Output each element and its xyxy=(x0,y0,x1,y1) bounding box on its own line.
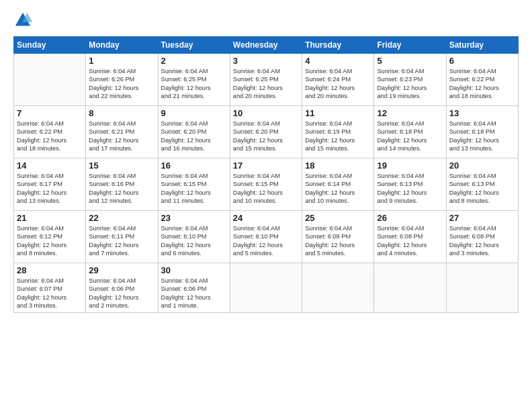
calendar-cell: 28Sunrise: 6:04 AMSunset: 6:07 PMDayligh… xyxy=(14,263,86,313)
calendar-cell: 11Sunrise: 6:04 AMSunset: 6:19 PMDayligh… xyxy=(302,106,374,158)
day-number: 1 xyxy=(89,56,154,66)
day-number: 26 xyxy=(377,213,443,223)
day-number: 8 xyxy=(89,108,154,118)
day-info: Sunrise: 6:04 AMSunset: 6:24 PMDaylight:… xyxy=(305,67,371,101)
logo xyxy=(13,11,34,30)
day-number: 4 xyxy=(305,56,371,66)
day-info: Sunrise: 6:04 AMSunset: 6:25 PMDaylight:… xyxy=(233,67,299,101)
calendar-cell: 26Sunrise: 6:04 AMSunset: 6:08 PMDayligh… xyxy=(374,211,446,263)
day-number: 15 xyxy=(89,161,154,171)
day-info: Sunrise: 6:04 AMSunset: 6:11 PMDaylight:… xyxy=(89,224,154,258)
day-number: 27 xyxy=(449,213,515,223)
calendar-cell: 23Sunrise: 6:04 AMSunset: 6:10 PMDayligh… xyxy=(158,211,230,263)
day-number: 20 xyxy=(449,161,515,171)
day-info: Sunrise: 6:04 AMSunset: 6:15 PMDaylight:… xyxy=(161,172,227,205)
calendar-cell: 12Sunrise: 6:04 AMSunset: 6:18 PMDayligh… xyxy=(374,106,446,158)
calendar-cell: 29Sunrise: 6:04 AMSunset: 6:06 PMDayligh… xyxy=(86,263,158,313)
day-info: Sunrise: 6:04 AMSunset: 6:12 PMDaylight:… xyxy=(17,224,83,258)
weekday-header-wednesday: Wednesday xyxy=(230,37,302,54)
day-number: 19 xyxy=(377,161,443,171)
day-number: 21 xyxy=(17,213,83,223)
weekday-header-thursday: Thursday xyxy=(302,37,374,54)
day-number: 10 xyxy=(233,108,299,118)
calendar-cell: 3Sunrise: 6:04 AMSunset: 6:25 PMDaylight… xyxy=(230,54,302,106)
day-info: Sunrise: 6:04 AMSunset: 6:22 PMDaylight:… xyxy=(17,120,83,153)
header xyxy=(13,11,519,30)
day-info: Sunrise: 6:04 AMSunset: 6:14 PMDaylight:… xyxy=(305,172,371,205)
logo-icon xyxy=(13,11,32,30)
day-number: 2 xyxy=(161,56,227,66)
day-info: Sunrise: 6:04 AMSunset: 6:18 PMDaylight:… xyxy=(377,120,443,153)
calendar-cell: 6Sunrise: 6:04 AMSunset: 6:22 PMDaylight… xyxy=(446,54,518,106)
calendar-cell: 16Sunrise: 6:04 AMSunset: 6:15 PMDayligh… xyxy=(158,158,230,211)
calendar-cell: 19Sunrise: 6:04 AMSunset: 6:13 PMDayligh… xyxy=(374,158,446,211)
weekday-header-tuesday: Tuesday xyxy=(158,37,230,54)
calendar-cell: 5Sunrise: 6:04 AMSunset: 6:23 PMDaylight… xyxy=(374,54,446,106)
day-number: 18 xyxy=(305,161,371,171)
day-info: Sunrise: 6:04 AMSunset: 6:08 PMDaylight:… xyxy=(377,224,443,258)
day-info: Sunrise: 6:04 AMSunset: 6:07 PMDaylight:… xyxy=(17,277,83,310)
calendar-cell xyxy=(374,263,446,313)
calendar-cell: 18Sunrise: 6:04 AMSunset: 6:14 PMDayligh… xyxy=(302,158,374,211)
calendar: SundayMondayTuesdayWednesdayThursdayFrid… xyxy=(13,36,519,313)
calendar-cell: 4Sunrise: 6:04 AMSunset: 6:24 PMDaylight… xyxy=(302,54,374,106)
calendar-cell xyxy=(230,263,302,313)
calendar-cell: 20Sunrise: 6:04 AMSunset: 6:13 PMDayligh… xyxy=(446,158,518,211)
day-number: 17 xyxy=(233,161,299,171)
calendar-cell xyxy=(446,263,518,313)
day-number: 12 xyxy=(377,108,443,118)
day-info: Sunrise: 6:04 AMSunset: 6:23 PMDaylight:… xyxy=(377,67,443,101)
day-info: Sunrise: 6:04 AMSunset: 6:10 PMDaylight:… xyxy=(161,224,227,258)
calendar-cell: 17Sunrise: 6:04 AMSunset: 6:15 PMDayligh… xyxy=(230,158,302,211)
day-info: Sunrise: 6:04 AMSunset: 6:10 PMDaylight:… xyxy=(233,224,299,258)
calendar-cell: 15Sunrise: 6:04 AMSunset: 6:16 PMDayligh… xyxy=(86,158,158,211)
day-number: 24 xyxy=(233,213,299,223)
calendar-cell: 27Sunrise: 6:04 AMSunset: 6:08 PMDayligh… xyxy=(446,211,518,263)
weekday-header-monday: Monday xyxy=(86,37,158,54)
day-number: 29 xyxy=(89,265,154,275)
day-number: 6 xyxy=(449,56,515,66)
day-number: 30 xyxy=(161,265,227,275)
day-info: Sunrise: 6:04 AMSunset: 6:21 PMDaylight:… xyxy=(89,120,154,153)
calendar-cell: 1Sunrise: 6:04 AMSunset: 6:26 PMDaylight… xyxy=(86,54,158,106)
day-info: Sunrise: 6:04 AMSunset: 6:25 PMDaylight:… xyxy=(161,67,227,101)
day-info: Sunrise: 6:04 AMSunset: 6:26 PMDaylight:… xyxy=(89,67,154,101)
day-number: 16 xyxy=(161,161,227,171)
day-info: Sunrise: 6:04 AMSunset: 6:06 PMDaylight:… xyxy=(161,277,227,310)
day-number: 22 xyxy=(89,213,154,223)
day-info: Sunrise: 6:04 AMSunset: 6:16 PMDaylight:… xyxy=(89,172,154,205)
page: SundayMondayTuesdayWednesdayThursdayFrid… xyxy=(0,0,532,411)
week-row-3: 14Sunrise: 6:04 AMSunset: 6:17 PMDayligh… xyxy=(14,158,519,211)
weekday-header-friday: Friday xyxy=(374,37,446,54)
calendar-cell: 14Sunrise: 6:04 AMSunset: 6:17 PMDayligh… xyxy=(14,158,86,211)
calendar-cell: 25Sunrise: 6:04 AMSunset: 6:09 PMDayligh… xyxy=(302,211,374,263)
week-row-1: 1Sunrise: 6:04 AMSunset: 6:26 PMDaylight… xyxy=(14,54,519,106)
day-number: 3 xyxy=(233,56,299,66)
calendar-cell: 2Sunrise: 6:04 AMSunset: 6:25 PMDaylight… xyxy=(158,54,230,106)
day-info: Sunrise: 6:04 AMSunset: 6:08 PMDaylight:… xyxy=(449,224,515,258)
day-info: Sunrise: 6:04 AMSunset: 6:13 PMDaylight:… xyxy=(377,172,443,205)
day-info: Sunrise: 6:04 AMSunset: 6:22 PMDaylight:… xyxy=(449,67,515,101)
weekday-header-saturday: Saturday xyxy=(446,37,518,54)
calendar-cell: 21Sunrise: 6:04 AMSunset: 6:12 PMDayligh… xyxy=(14,211,86,263)
weekday-header-sunday: Sunday xyxy=(14,37,86,54)
week-row-2: 7Sunrise: 6:04 AMSunset: 6:22 PMDaylight… xyxy=(14,106,519,158)
day-number: 5 xyxy=(377,56,443,66)
day-info: Sunrise: 6:04 AMSunset: 6:19 PMDaylight:… xyxy=(305,120,371,153)
day-number: 13 xyxy=(449,108,515,118)
day-info: Sunrise: 6:04 AMSunset: 6:13 PMDaylight:… xyxy=(449,172,515,205)
day-number: 9 xyxy=(161,108,227,118)
day-number: 14 xyxy=(17,161,83,171)
day-info: Sunrise: 6:04 AMSunset: 6:17 PMDaylight:… xyxy=(17,172,83,205)
calendar-cell xyxy=(14,54,86,106)
day-number: 28 xyxy=(17,265,83,275)
day-info: Sunrise: 6:04 AMSunset: 6:09 PMDaylight:… xyxy=(305,224,371,258)
day-info: Sunrise: 6:04 AMSunset: 6:06 PMDaylight:… xyxy=(89,277,154,310)
day-info: Sunrise: 6:04 AMSunset: 6:15 PMDaylight:… xyxy=(233,172,299,205)
calendar-cell xyxy=(302,263,374,313)
calendar-cell: 24Sunrise: 6:04 AMSunset: 6:10 PMDayligh… xyxy=(230,211,302,263)
weekday-header-row: SundayMondayTuesdayWednesdayThursdayFrid… xyxy=(14,37,519,54)
week-row-5: 28Sunrise: 6:04 AMSunset: 6:07 PMDayligh… xyxy=(14,263,519,313)
day-number: 25 xyxy=(305,213,371,223)
calendar-cell: 8Sunrise: 6:04 AMSunset: 6:21 PMDaylight… xyxy=(86,106,158,158)
